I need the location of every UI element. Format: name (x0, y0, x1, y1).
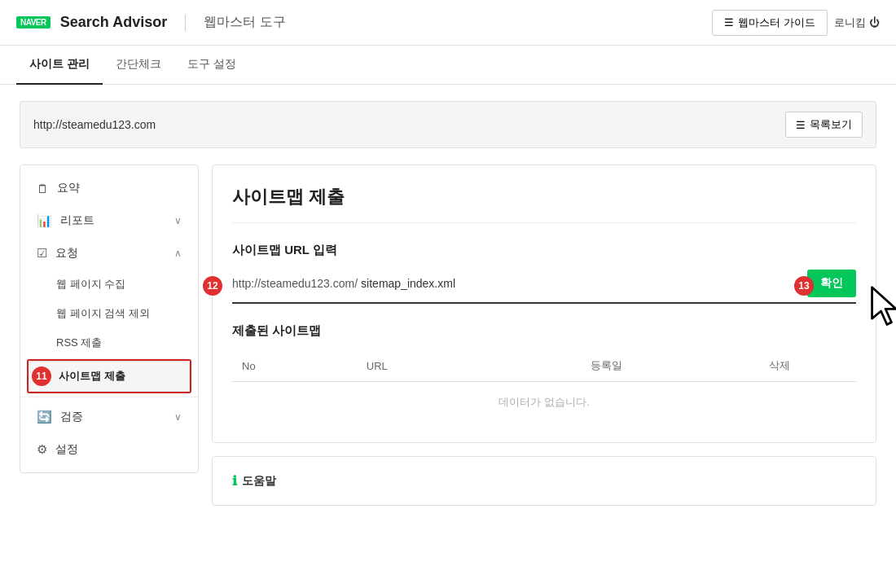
verify-arrow-icon: ∨ (174, 411, 182, 423)
confirm-button[interactable]: 확인 (807, 270, 856, 297)
naver-logo: NAVER (16, 16, 51, 29)
sidebar-item-verify[interactable]: 🔄 검증 ∨ (20, 401, 198, 433)
guide-label: 웹마스터 가이드 (738, 15, 815, 30)
header: NAVER Search Advisor 웹마스터 도구 ☰ 웹마스터 가이드 … (0, 0, 896, 46)
sidebar-label-request: 요청 (55, 246, 78, 261)
app-title: Search Advisor (60, 14, 167, 31)
sidebar: 🗒 요약 📊 리포트 ∨ ☑ 요청 ∧ 웹 페이지 수집 웹 페이지 검색 제외… (20, 165, 199, 473)
guide-icon: ☰ (724, 16, 734, 29)
power-icon: ⏻ (869, 16, 880, 29)
submitted-table: No URL 등록일 삭제 데이터가 없습니다. (232, 350, 856, 423)
col-date: 등록일 (510, 350, 703, 382)
verify-icon: 🔄 (37, 410, 52, 424)
sidebar-subitem-webpage-collect[interactable]: 웹 페이지 수집 (20, 270, 198, 299)
header-right: ☰ 웹마스터 가이드 로니킴 ⏻ (712, 10, 880, 36)
header-divider (185, 15, 186, 31)
col-url: URL (357, 350, 510, 382)
summary-icon: 🗒 (37, 182, 49, 195)
help-box: ℹ 도움말 (212, 456, 876, 506)
sidebar-subitem-webpage-exclude[interactable]: 웹 페이지 검색 제외 (20, 299, 198, 328)
tab-quick-check[interactable]: 간단체크 (103, 46, 174, 85)
sidebar-label-report: 리포트 (60, 213, 94, 228)
content: 사이트맵 제출 사이트맵 URL 입력 12 http://steamedu12… (212, 165, 876, 506)
tab-tool-settings[interactable]: 도구 설정 (174, 46, 249, 85)
report-arrow-icon: ∨ (174, 215, 182, 226)
sidebar-label-settings: 설정 (55, 442, 78, 457)
sidebar-label-summary: 요약 (57, 181, 80, 195)
guide-button[interactable]: ☰ 웹마스터 가이드 (712, 10, 828, 36)
request-icon: ☑ (37, 246, 47, 261)
nav-tabs: 사이트 관리 간단체크 도구 설정 (0, 46, 896, 85)
page-title: 사이트맵 제출 (232, 185, 856, 223)
svg-marker-0 (872, 287, 896, 325)
url-section-label: 사이트맵 URL 입력 (232, 243, 856, 258)
report-icon: 📊 (37, 213, 52, 228)
main-layout: 🗒 요약 📊 리포트 ∨ ☑ 요청 ∧ 웹 페이지 수집 웹 페이지 검색 제외… (0, 165, 896, 525)
submitted-section-label: 제출된 사이트맵 (232, 323, 856, 339)
site-url: http://steamedu123.com (33, 118, 156, 131)
sidebar-item-summary[interactable]: 🗒 요약 (20, 172, 198, 204)
help-label: 도움말 (242, 474, 276, 489)
settings-icon: ⚙ (37, 442, 47, 457)
table-row-no-data: 데이터가 없습니다. (232, 382, 856, 423)
url-input[interactable] (361, 277, 807, 290)
list-label: 목록보기 (810, 117, 852, 132)
badge-12: 12 (203, 276, 222, 296)
badge-11: 11 (32, 366, 51, 386)
no-data-text: 데이터가 없습니다. (232, 382, 856, 423)
url-prefix: http://steamedu123.com/ (232, 277, 361, 290)
sidebar-divider (20, 397, 198, 397)
sidebar-item-settings[interactable]: ⚙ 설정 (20, 433, 198, 466)
sub-title: 웹마스터 도구 (204, 14, 285, 31)
request-arrow-icon: ∧ (174, 248, 182, 259)
tab-site-manage[interactable]: 사이트 관리 (16, 46, 103, 85)
help-title: ℹ 도움말 (232, 473, 856, 489)
col-no: No (232, 350, 357, 382)
login-button[interactable]: 로니킴 ⏻ (834, 15, 880, 30)
site-bar: http://steamedu123.com ☰ 목록보기 (20, 101, 876, 148)
list-view-button[interactable]: ☰ 목록보기 (785, 112, 863, 138)
url-input-row: 12 http://steamedu123.com/ 13 확인 (232, 270, 856, 304)
login-name: 로니킴 (834, 15, 866, 30)
main-content-box: 사이트맵 제출 사이트맵 URL 입력 12 http://steamedu12… (212, 165, 876, 443)
col-delete: 삭제 (703, 350, 856, 382)
badge-13: 13 (794, 276, 814, 296)
sidebar-item-report[interactable]: 📊 리포트 ∨ (20, 204, 198, 237)
sidebar-label-verify: 검증 (60, 410, 83, 424)
sidebar-item-request[interactable]: ☑ 요청 ∧ (20, 237, 198, 270)
info-icon: ℹ (232, 473, 237, 489)
sidebar-subitem-sitemap[interactable]: 사이트맵 제출 (29, 361, 190, 392)
header-left: NAVER Search Advisor 웹마스터 도구 (16, 14, 286, 31)
sidebar-subitem-rss[interactable]: RSS 제출 (20, 328, 198, 358)
list-icon: ☰ (796, 119, 806, 131)
